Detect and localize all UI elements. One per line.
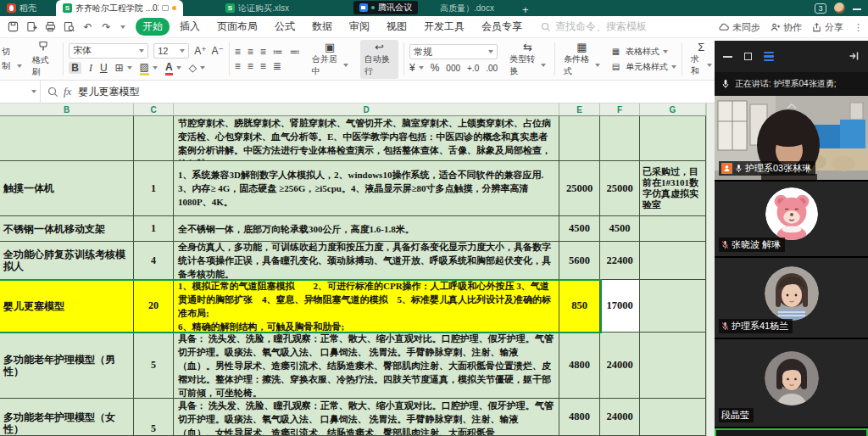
cell-desc[interactable]: 1、模拟正常的气道阻塞模拟 2、可进行标准的CPR操作：人工呼吸和心外按压 3、…: [174, 280, 559, 333]
ribbon-tab-formulas[interactable]: 公式: [268, 18, 302, 36]
cell-name[interactable]: 多功能老年护理模型（男性）: [0, 333, 134, 399]
name-box[interactable]: [0, 81, 41, 103]
cell-unit-price[interactable]: 5600: [559, 242, 600, 280]
justify-button[interactable]: ≣: [273, 60, 281, 72]
column-header-e[interactable]: E: [559, 103, 600, 115]
cell-name[interactable]: [0, 116, 134, 161]
tab-xlsx-document[interactable]: S 论证购买.xlsx: [219, 0, 342, 16]
tab-docer[interactable]: 稻壳: [0, 0, 49, 16]
video-tile-yanglan[interactable]: 护理系41杨兰: [715, 258, 868, 338]
video-tile-zhangxiaobo[interactable]: 张晓波 解琳: [715, 182, 868, 256]
align-center-button[interactable]: ≡: [248, 60, 253, 72]
cell-unit-price[interactable]: 4800: [559, 399, 600, 436]
cell-unit-price[interactable]: [559, 116, 600, 161]
increase-indent-button[interactable]: ≕: [290, 46, 300, 58]
video-tile-zhanglinlin[interactable]: 护理系03张林琳: [715, 96, 868, 180]
cell-qty[interactable]: 20: [134, 280, 174, 333]
thousands-separator-button[interactable]: 000: [446, 64, 460, 73]
cell-desc[interactable]: 1、系统兼容3D解剖数字人体模拟人，2、windows10操作系统，适合不同软件…: [174, 161, 559, 216]
cell-note[interactable]: [640, 216, 706, 242]
cell-qty[interactable]: 5: [134, 399, 174, 436]
copy-button[interactable]: 制: [2, 60, 10, 72]
cell-style-button[interactable]: ▤ 单元格样式: [612, 61, 676, 73]
font-color-button[interactable]: A: [165, 61, 181, 75]
column-header-g[interactable]: G: [640, 103, 706, 115]
column-header-c[interactable]: C: [134, 103, 174, 115]
ribbon-tab-view[interactable]: 视图: [380, 18, 414, 36]
document-count-badge[interactable]: 3: [815, 3, 826, 14]
new-tab-button[interactable]: +: [522, 3, 529, 16]
font-increase-button[interactable]: A⁺: [194, 45, 206, 57]
command-search-input[interactable]: 查找命令、搜索模板: [541, 20, 647, 34]
meeting-minimize-button[interactable]: [723, 56, 732, 58]
print-preview-icon[interactable]: [63, 20, 75, 33]
cell-qty[interactable]: 1: [134, 161, 174, 216]
quick-toolbar-caret-icon[interactable]: [120, 25, 125, 29]
cut-button[interactable]: 切: [2, 46, 10, 58]
cell-note[interactable]: [640, 280, 706, 333]
column-header-f[interactable]: F: [600, 103, 640, 115]
cell-note[interactable]: 已采购过，目前在1#3101数字仿真虚拟实验室: [640, 161, 706, 216]
meeting-maximize-button[interactable]: [744, 53, 752, 60]
sync-status-button[interactable]: 未同步: [718, 21, 760, 34]
wrap-text-button[interactable]: ↩ 自动换行: [360, 40, 398, 79]
cell-desc[interactable]: 具备： 洗头发、洗脸、瞳孔观察：正常、散大、缩小直观对比。口腔护理、假牙护理。气…: [174, 399, 559, 436]
ribbon-tab-member[interactable]: 会员专享: [475, 18, 529, 36]
cell-name[interactable]: 全功能心肺复苏训练考核模拟人: [0, 242, 134, 280]
save-icon[interactable]: [7, 20, 19, 33]
cell-total[interactable]: 24000: [600, 333, 640, 399]
cell-desc[interactable]: 全身仿真人，多功能，可训练吹起力度和按压力度，具备灯条变化显示力度大小，具备数字…: [174, 242, 559, 280]
collaborate-button[interactable]: 协作: [771, 21, 802, 34]
fill-color-button[interactable]: ▨: [140, 61, 158, 75]
cell-note[interactable]: [640, 242, 706, 280]
merge-center-button[interactable]: ▣ 合并居中: [309, 42, 352, 77]
font-size-select[interactable]: 12: [153, 43, 189, 59]
undo-icon[interactable]: ↶: [81, 20, 94, 33]
cell-total[interactable]: 25000: [600, 161, 640, 216]
decrease-indent-button[interactable]: ≔: [273, 46, 283, 58]
sum-button[interactable]: Σ 求和: [687, 42, 715, 77]
cell-unit-price[interactable]: 4500: [559, 216, 600, 242]
format-painter-button[interactable]: 格式刷: [29, 41, 58, 78]
cell-note[interactable]: [640, 399, 706, 436]
cell-desc[interactable]: 全不锈钢一体，底部万向轮承载300公斤，高度1.6-1.8米。: [174, 216, 559, 242]
align-middle-button[interactable]: ≡: [248, 46, 253, 58]
meeting-floating-indicator[interactable]: 腾讯会议: [353, 1, 418, 14]
align-bottom-button[interactable]: ≡: [260, 46, 266, 58]
cell-qty[interactable]: 1: [134, 216, 174, 242]
column-header-d[interactable]: D: [174, 103, 559, 115]
cell-name[interactable]: 触摸一体机: [0, 161, 134, 216]
formula-input[interactable]: 婴儿更塞模型: [78, 85, 139, 99]
number-format-select[interactable]: 常规: [409, 44, 498, 59]
video-tile-partial-active[interactable]: [715, 428, 868, 436]
percent-button[interactable]: %: [431, 62, 440, 74]
italic-button[interactable]: I: [89, 62, 92, 75]
cell-note[interactable]: [640, 116, 706, 161]
ribbon-tab-insert[interactable]: 插入: [173, 18, 207, 36]
clear-format-button[interactable]: ◇: [189, 62, 205, 74]
meeting-list-view-button[interactable]: [764, 52, 774, 62]
video-tile-duanjingying[interactable]: 段晶莹: [715, 339, 868, 427]
cell-unit-price[interactable]: 4800: [559, 333, 600, 399]
cell-total[interactable]: [600, 116, 640, 161]
column-header-b[interactable]: B: [0, 103, 134, 115]
underline-button[interactable]: U: [100, 62, 108, 74]
cell-unit-price[interactable]: 850: [559, 280, 600, 333]
table-style-button[interactable]: ▦ 表格样式: [612, 46, 676, 58]
type-convert-button[interactable]: ⇆ 类型转换: [506, 42, 549, 77]
ribbon-tab-page-layout[interactable]: 页面布局: [210, 18, 264, 36]
cell-desc[interactable]: 节腔穿刺术、膀胱穿刺术、肾脏穿刺术、气管切开术、脑室穿刺术、上颌窦穿刺术、占位病…: [174, 116, 559, 161]
font-family-select[interactable]: 宋体: [69, 43, 148, 59]
collapse-tile-chevron-icon[interactable]: [787, 97, 797, 112]
zoom-formula-icon[interactable]: [47, 87, 58, 98]
cell-total[interactable]: 4500: [600, 216, 640, 242]
borders-button[interactable]: ⊞: [115, 62, 132, 74]
cell-qty[interactable]: [134, 116, 174, 161]
fx-icon[interactable]: fx: [64, 85, 71, 98]
user-avatar[interactable]: [834, 3, 845, 14]
more-menu-button[interactable]: ⋮: [854, 22, 863, 33]
cell-total[interactable]: 17000: [600, 280, 640, 333]
cell-desc[interactable]: 具备： 洗头发、洗脸，瞳孔观察：正常、散大、缩小直观对比。口腔护理、假牙护理。气…: [174, 333, 559, 399]
conditional-format-button[interactable]: ▦ 条件格式: [560, 42, 604, 77]
tab-docx-document[interactable]: 腾讯会议 高质量）.docx: [353, 0, 510, 16]
